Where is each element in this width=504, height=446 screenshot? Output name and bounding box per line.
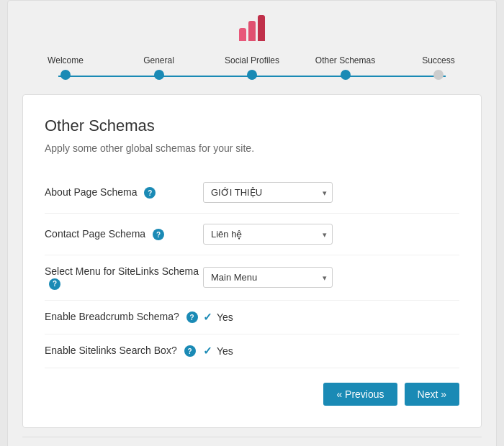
main-card: Other Schemas Apply some other global sc…	[22, 94, 482, 428]
about-page-schema-select[interactable]: GIỚI THIỆU	[203, 182, 333, 203]
step-other-schemas: Other Schemas	[310, 55, 382, 80]
contact-page-select-wrapper: Liên hệ ▾	[203, 224, 333, 245]
breadcrumb-schema-label: Enable Breadcrumb Schema? ?	[45, 311, 203, 324]
sitelinks-search-yes-label: Yes	[217, 345, 233, 357]
sitelinks-search-check-icon: ✓	[203, 345, 212, 358]
breadcrumb-help-icon[interactable]: ?	[186, 311, 198, 323]
step-social-label: Social Profiles	[225, 55, 279, 65]
step-general: General	[123, 55, 195, 80]
sitelinks-menu-control: Main Menu ▾	[203, 267, 459, 288]
about-page-select-wrapper: GIỚI THIỆU ▾	[203, 182, 333, 203]
contact-page-schema-control: Liên hệ ▾	[203, 224, 459, 245]
step-success-dot	[433, 70, 444, 80]
breadcrumb-schema-row: Enable Breadcrumb Schema? ? ✓ Yes	[45, 301, 459, 334]
step-success: Success	[402, 55, 474, 80]
step-general-dot	[154, 70, 164, 80]
page-subtitle: Apply some other global schemas for your…	[45, 142, 459, 154]
contact-page-schema-label: Contact Page Schema ?	[45, 228, 203, 241]
previous-button[interactable]: « Previous	[323, 383, 397, 406]
step-social-profiles: Social Profiles	[216, 55, 288, 80]
step-general-label: General	[143, 55, 174, 65]
sitelinks-search-row: Enable Sitelinks Search Box? ? ✓ Yes	[45, 334, 459, 368]
sitelinks-menu-row: Select Menu for SiteLinks Schema ? Main …	[45, 255, 459, 301]
step-social-dot	[247, 70, 257, 80]
step-other-dot	[341, 70, 351, 80]
wizard-container: Welcome General Social Profiles Other Sc…	[7, 0, 497, 446]
sitelinks-search-help-icon[interactable]: ?	[184, 345, 196, 357]
card-footer: « Previous Next »	[45, 383, 459, 406]
about-page-schema-row: About Page Schema ? GIỚI THIỆU ▾	[45, 172, 459, 214]
logo-icon	[239, 15, 265, 41]
about-page-help-icon[interactable]: ?	[144, 187, 156, 199]
step-welcome: Welcome	[30, 55, 102, 80]
wizard-steps: Welcome General Social Profiles Other Sc…	[22, 55, 482, 80]
step-welcome-dot	[60, 70, 71, 80]
sitelinks-search-yes-value: ✓ Yes	[203, 345, 459, 358]
about-page-schema-label: About Page Schema ?	[45, 186, 203, 199]
page-title: Other Schemas	[45, 117, 459, 135]
breadcrumb-yes-value: ✓ Yes	[203, 311, 459, 324]
sitelinks-menu-select[interactable]: Main Menu	[203, 267, 333, 288]
sitelinks-menu-label: Select Menu for SiteLinks Schema ?	[45, 265, 203, 290]
sitelinks-menu-select-wrapper: Main Menu ▾	[203, 267, 333, 288]
step-other-label: Other Schemas	[315, 55, 375, 65]
contact-page-schema-row: Contact Page Schema ? Liên hệ ▾	[45, 214, 459, 255]
next-button[interactable]: Next »	[405, 383, 459, 406]
step-success-label: Success	[422, 55, 454, 65]
sitelinks-search-label: Enable Sitelinks Search Box? ?	[45, 345, 203, 358]
breadcrumb-yes-label: Yes	[217, 311, 233, 323]
exit-footer: Exit Setup Wizard	[22, 437, 482, 447]
contact-page-schema-select[interactable]: Liên hệ	[203, 224, 333, 245]
step-welcome-label: Welcome	[48, 55, 84, 65]
breadcrumb-check-icon: ✓	[203, 311, 212, 324]
logo-area	[22, 15, 482, 41]
sitelinks-menu-help-icon[interactable]: ?	[49, 278, 60, 290]
sitelinks-search-control: ✓ Yes	[203, 345, 459, 358]
contact-page-help-icon[interactable]: ?	[153, 229, 164, 240]
about-page-schema-control: GIỚI THIỆU ▾	[203, 182, 459, 203]
breadcrumb-schema-control: ✓ Yes	[203, 311, 459, 324]
